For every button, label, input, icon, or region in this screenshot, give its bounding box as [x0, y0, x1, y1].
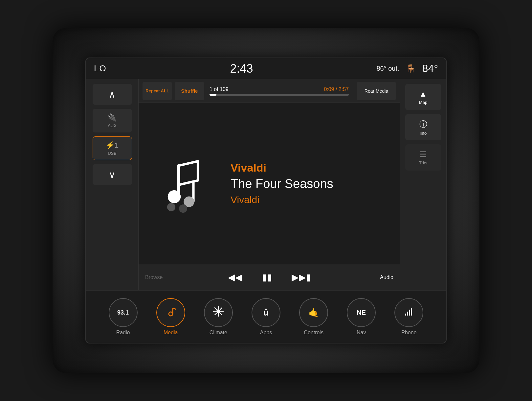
info-icon: ⓘ: [419, 119, 427, 130]
track-time: 0:09 / 2:57: [324, 86, 349, 92]
svg-point-3: [179, 204, 187, 213]
album-art: [148, 151, 221, 216]
time-elapsed: 0:09: [324, 86, 334, 92]
nav-circle-phone: [394, 298, 423, 327]
nav-label-controls: Controls: [304, 330, 323, 336]
left-sidebar: ∧ 🔌 AUX ⚡1 USB ∨: [86, 79, 139, 290]
repeat-label: Repeat ALL: [145, 88, 169, 94]
nav-icon-media: [165, 305, 177, 320]
nav-item-media[interactable]: Media: [156, 298, 185, 336]
nav-circle-radio: 93.1: [109, 298, 138, 327]
ctrl-buttons: ◀◀ ▮▮ ▶▶▮: [175, 272, 364, 283]
svg-rect-8: [405, 314, 406, 316]
bottom-nav: 93.1 Radio Media: [86, 290, 446, 343]
status-time: 2:43: [230, 62, 253, 76]
next-button[interactable]: ▶▶▮: [292, 272, 311, 283]
svg-point-4: [169, 312, 173, 316]
status-lo: LO: [94, 63, 107, 74]
status-temp-in: 84°: [422, 62, 438, 75]
nav-circle-controls: 🤙: [299, 298, 328, 327]
status-temp-out: 86° out.: [376, 65, 399, 72]
trks-button[interactable]: ☰ Trks: [405, 144, 441, 171]
nav-circle-media: [156, 298, 185, 327]
nav-label-media: Media: [164, 330, 178, 336]
pause-button[interactable]: ▮▮: [262, 272, 272, 283]
svg-rect-11: [411, 308, 412, 316]
audio-button[interactable]: Audio: [364, 274, 393, 280]
nav-label-radio: Radio: [116, 330, 130, 336]
track-count: 1 of 109: [210, 86, 229, 92]
screen: LO 2:43 86° out. 🪑 84° ∧ 🔌 AUX ⚡1 USB: [85, 58, 447, 343]
usb-icon: ⚡1: [106, 141, 119, 150]
trks-icon: ☰: [420, 150, 427, 159]
nav-circle-nav: NE: [347, 298, 376, 327]
nav-item-radio[interactable]: 93.1 Radio: [109, 298, 138, 336]
prev-button[interactable]: ◀◀: [228, 272, 242, 283]
main-content: ∧ 🔌 AUX ⚡1 USB ∨ Repeat ALL: [86, 79, 446, 290]
browse-button[interactable]: Browse: [145, 274, 175, 280]
nav-item-nav[interactable]: NE Nav: [347, 298, 376, 336]
nav-label-nav: Nav: [357, 330, 366, 336]
shuffle-label: Shuffle: [181, 88, 198, 94]
nav-circle-apps: û: [252, 298, 280, 327]
usb-button[interactable]: ⚡1 USB: [93, 136, 132, 160]
song-artist: Vivaldi: [231, 161, 390, 174]
nav-label-apps: Apps: [260, 330, 272, 336]
top-controls: Repeat ALL Shuffle 1 of 109 0:09 / 2:57: [139, 79, 400, 103]
track-counter-row: 1 of 109 0:09 / 2:57: [210, 86, 349, 92]
nav-item-controls[interactable]: 🤙 Controls: [299, 298, 328, 336]
progress-bar-fill: [210, 94, 216, 96]
scroll-down-button[interactable]: ∨: [93, 164, 132, 185]
svg-rect-9: [407, 312, 408, 316]
playback-controls: Browse ◀◀ ▮▮ ▶▶▮ Audio: [139, 264, 400, 290]
rear-media-label: Rear Media: [365, 88, 388, 94]
info-label: Info: [420, 131, 427, 136]
svg-rect-10: [409, 310, 410, 316]
nav-icon-phone: [404, 306, 414, 319]
usb-label: USB: [108, 151, 117, 156]
aux-button[interactable]: 🔌 AUX: [93, 109, 132, 132]
seat-heat-icon: 🪑: [406, 64, 416, 73]
nav-item-climate[interactable]: Climate: [204, 298, 233, 336]
rear-media-button[interactable]: Rear Media: [357, 82, 396, 100]
repeat-button[interactable]: Repeat ALL: [143, 82, 172, 100]
progress-bar[interactable]: [210, 94, 349, 96]
aux-icon: 🔌: [108, 113, 117, 122]
shuffle-button[interactable]: Shuffle: [175, 82, 204, 100]
nav-icon-climate: [213, 306, 224, 319]
nav-label-phone: Phone: [401, 330, 416, 336]
player-area: Vivaldi The Four Seasons Vivaldi: [139, 103, 400, 264]
svg-point-0: [168, 190, 181, 203]
scroll-up-button[interactable]: ∧: [93, 84, 132, 105]
info-button[interactable]: ⓘ Info: [405, 114, 441, 140]
map-label: Map: [419, 100, 427, 105]
track-info-bar: 1 of 109 0:09 / 2:57: [204, 86, 354, 96]
nav-icon-apps: û: [263, 307, 269, 318]
center-content: Repeat ALL Shuffle 1 of 109 0:09 / 2:57: [139, 79, 400, 290]
svg-point-2: [167, 203, 175, 211]
music-note-icon: [155, 154, 214, 213]
aux-label: AUX: [108, 123, 117, 128]
map-icon: ▲: [419, 89, 427, 99]
outer-bezel: LO 2:43 86° out. 🪑 84° ∧ 🔌 AUX ⚡1 USB: [53, 28, 479, 373]
nav-icon-nav: NE: [357, 309, 366, 317]
song-title: The Four Seasons: [231, 177, 390, 191]
nav-circle-climate: [204, 298, 233, 327]
status-bar: LO 2:43 86° out. 🪑 84°: [86, 58, 446, 79]
time-total: 2:57: [339, 86, 349, 92]
song-album: Vivaldi: [231, 194, 390, 205]
nav-icon-controls: 🤙: [308, 308, 319, 318]
status-right: 86° out. 🪑 84°: [376, 62, 438, 75]
svg-point-7: [216, 309, 220, 313]
nav-icon-radio: 93.1: [117, 309, 129, 316]
map-button[interactable]: ▲ Map: [405, 84, 441, 110]
nav-item-phone[interactable]: Phone: [394, 298, 423, 336]
trks-label: Trks: [419, 160, 427, 165]
nav-label-climate: Climate: [210, 330, 227, 336]
right-sidebar: ▲ Map ⓘ Info ☰ Trks: [400, 79, 446, 290]
song-details: Vivaldi The Four Seasons Vivaldi: [221, 161, 390, 205]
time-sep: /: [336, 86, 339, 92]
nav-item-apps[interactable]: û Apps: [252, 298, 280, 336]
